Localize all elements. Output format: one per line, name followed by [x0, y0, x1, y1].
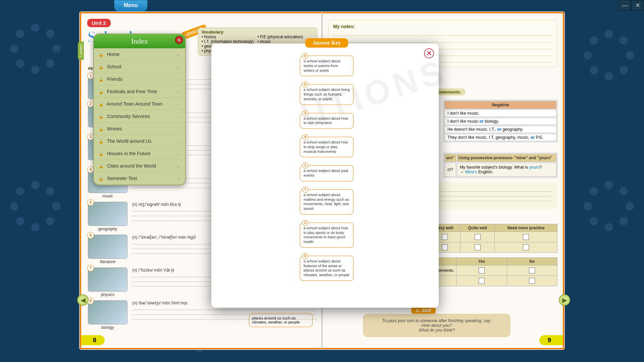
- lock-icon: 🔒: [99, 65, 104, 69]
- answer-box: 4a school subject about how to sing song…: [300, 137, 354, 157]
- answer-number: 2: [302, 220, 308, 226]
- close-window-button[interactable]: ✕: [631, 0, 644, 11]
- poss-example: My favorite subject's biology. What is y…: [457, 163, 556, 177]
- index-close-button[interactable]: x: [175, 36, 183, 44]
- subject-caption: physics: [88, 292, 127, 297]
- checkbox[interactable]: [523, 234, 529, 240]
- neg-row: I don't like music.: [444, 110, 556, 117]
- checkbox[interactable]: [523, 244, 529, 250]
- answer-number: 7: [302, 187, 308, 193]
- vocab-heading: Vocabulary:: [202, 30, 258, 35]
- subject-thumbnail: [88, 235, 127, 259]
- chevron-down-icon: ⌄: [176, 76, 180, 82]
- poss-head-right: Using possessive pronouns- "mine" and "y…: [457, 154, 556, 162]
- next-page-button[interactable]: ▶: [559, 294, 570, 306]
- index-item[interactable]: 🔒 The World around Us ⌄: [94, 135, 185, 147]
- content-tab[interactable]: Content: [78, 42, 84, 60]
- unit-badge: Unit 2: [87, 19, 111, 27]
- chevron-down-icon: ⌄: [176, 89, 180, 94]
- page-number-left: 8: [81, 335, 105, 345]
- subject-thumbnail: [88, 300, 127, 324]
- index-item[interactable]: 🔒 Friends ⌄: [94, 73, 185, 85]
- subject-caption: geography: [88, 227, 127, 231]
- page-number-right: 9: [539, 335, 563, 345]
- item-number: 3: [87, 133, 94, 140]
- answer-number: 6: [302, 53, 308, 59]
- index-item[interactable]: 🔒 Cities around the World ⌄: [94, 160, 185, 172]
- answer-box: 3a school subject about how to use compu…: [300, 113, 354, 129]
- vocab-item: P.E (physical education): [258, 35, 314, 39]
- minimize-button[interactable]: —: [619, 0, 631, 11]
- chevron-down-icon: ⌄: [176, 151, 180, 156]
- skill-box: To pass your turn to someone after finis…: [363, 314, 511, 337]
- index-item[interactable]: 🔒 Movies ⌄: [94, 123, 185, 135]
- item-number: 6: [87, 232, 94, 239]
- chevron-down-icon: ⌄: [176, 126, 180, 131]
- lock-icon: 🔒: [99, 52, 104, 57]
- index-item[interactable]: 🔒 Around Town Around Town ⌄: [94, 98, 185, 110]
- assess-col: Quite well: [461, 224, 495, 232]
- index-title: Index x: [94, 34, 185, 48]
- item-number: 7: [87, 265, 94, 272]
- index-item[interactable]: 🔒 Home ⌄: [94, 48, 185, 61]
- index-item[interactable]: 🔒 Houses in the Future ⌄: [94, 147, 185, 160]
- checkbox[interactable]: [479, 267, 485, 274]
- lock-icon: 🔒: [99, 139, 104, 144]
- phonetic-text: (n) /ˈfɪzɪks/ môn Vật lý: [132, 268, 174, 273]
- chevron-down-icon: ⌄: [176, 138, 180, 144]
- chevron-down-icon: ⌄: [176, 114, 180, 119]
- answer-key-tab: Answer Key: [305, 38, 348, 48]
- phonetic-text: (n) /dʒiˈɒɡrəfi/ môn Địa lý: [132, 202, 181, 207]
- chevron-down-icon: ⌄: [176, 52, 180, 57]
- lock-icon: 🔒: [99, 176, 104, 181]
- checkbox[interactable]: [475, 234, 481, 240]
- neg-row: They don't like music, I.T, geography, m…: [444, 134, 556, 141]
- item-number: 5: [87, 199, 94, 206]
- checkbox[interactable]: [529, 267, 535, 274]
- answer-box: 8a school subject about living things su…: [300, 84, 354, 105]
- index-item[interactable]: 🔒 Community Services ⌄: [94, 110, 185, 123]
- poss-side: ct?: [444, 163, 456, 177]
- answer-number: 5: [302, 253, 308, 259]
- checkbox[interactable]: [479, 278, 485, 284]
- item-number: 2: [87, 101, 94, 107]
- poss-head-left: urs": [444, 154, 456, 162]
- index-item[interactable]: 🔒 Semester Test ⌄: [94, 172, 185, 185]
- chevron-down-icon: ⌄: [176, 176, 180, 181]
- checkbox[interactable]: [442, 244, 448, 250]
- possessive-table: urs" Using possessive pronouns- "mine" a…: [443, 153, 557, 178]
- lock-icon: 🔒: [99, 114, 104, 119]
- subject-caption: literature: [88, 259, 127, 264]
- prev-page-button[interactable]: ◀: [77, 294, 89, 306]
- lock-icon: 🔒: [99, 164, 104, 169]
- chevron-down-icon: ⌄: [176, 163, 180, 169]
- answer-number: 8: [302, 81, 308, 87]
- subject-caption: music: [88, 194, 127, 198]
- index-item[interactable]: 🔒 School ⌄: [94, 61, 185, 73]
- lock-icon: 🔒: [99, 102, 104, 107]
- item-number: 4: [87, 166, 94, 173]
- lock-icon: 🔒: [99, 127, 104, 131]
- chevron-down-icon: ⌄: [176, 64, 180, 69]
- lock-icon: 🔒: [99, 89, 104, 94]
- index-item[interactable]: 🔒 Festivals and Free Time ⌄: [94, 85, 185, 98]
- neg-header: Negative: [444, 101, 556, 109]
- answer-number: 4: [302, 134, 308, 140]
- vocab-item: I.T. (information technology): [202, 39, 258, 44]
- answer-box: 1a school subject about past events: [300, 165, 354, 181]
- checkbox[interactable]: [475, 244, 481, 250]
- checkbox[interactable]: [442, 234, 448, 240]
- phonetic-text: (n) /baɪˈɒlədʒi/ môn Sinh học: [132, 301, 188, 305]
- subject-thumbnail: [88, 202, 127, 226]
- checkbox[interactable]: [529, 278, 535, 284]
- answer-box: 2a school subject about how to play spor…: [300, 223, 354, 248]
- lock-icon: 🔒: [99, 77, 104, 82]
- lock-icon: 🔒: [99, 152, 104, 156]
- phonetic-text: (n) /ˈlɪtrətʃər/, /ˈlɪtrətʃʊr/ môn Ngữ: [132, 235, 196, 240]
- chevron-down-icon: ⌄: [176, 101, 180, 107]
- modal-close-button[interactable]: ✕: [424, 48, 434, 58]
- yesno-col: No: [507, 258, 557, 265]
- answer-number: 1: [302, 163, 308, 169]
- answer-key-modal: Answer Key ✕ UTIONS 6a school subject ab…: [211, 44, 439, 308]
- menu-button[interactable]: Menu: [114, 0, 148, 12]
